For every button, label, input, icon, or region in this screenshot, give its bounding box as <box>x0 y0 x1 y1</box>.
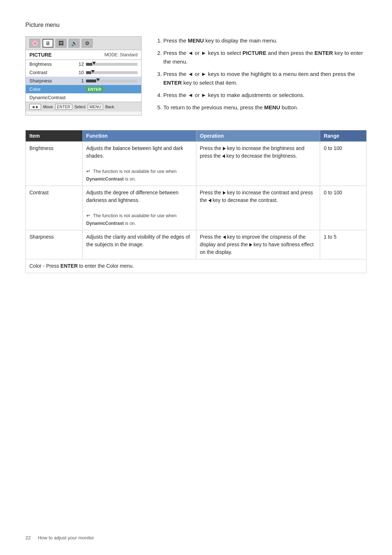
brightness-item: Brightness <box>26 142 83 186</box>
picture-key: PICTURE <box>242 50 266 56</box>
menu-contrast-label: Contrast <box>29 70 73 75</box>
menu-sharpness-label: Sharpness <box>29 78 73 84</box>
tri-left-icon-1 <box>222 154 225 158</box>
contrast-range: 0 to 100 <box>320 186 366 230</box>
tri-left-icon-2 <box>208 199 211 202</box>
menu-color-label: Color <box>29 86 73 92</box>
menu-footer: ◄► Move ENTER Select MENU Back <box>26 102 141 112</box>
menu-icon-0: 🌸 <box>29 39 40 48</box>
menu-brightness-label: Brightness <box>29 61 73 67</box>
menu-picture-label: PICTURE <box>29 52 52 58</box>
sharpness-operation: Press the key to improve the crispness o… <box>196 230 320 259</box>
enter-key-2: ENTER <box>315 50 333 56</box>
instruction-3: Press the ◄ or ► keys to move the highli… <box>163 70 367 87</box>
picture-menu-table: Item Function Operation Range Brightness… <box>25 130 367 273</box>
contrast-item: Contrast <box>26 186 83 230</box>
menu-footer-menu-key: MENU <box>88 104 103 110</box>
brightness-note: The function is not available for use wh… <box>86 169 177 182</box>
menu-footer-move-label: Move <box>43 105 53 109</box>
col-header-function: Function <box>82 130 196 142</box>
brightness-operation: Press the key to increase the brightness… <box>196 142 320 186</box>
brightness-range: 0 to 100 <box>320 142 366 186</box>
table-row-sharpness: Sharpness Adjusts the clarity and visibi… <box>26 230 367 259</box>
instruction-2: Press the ◄ or ► keys to select PICTURE … <box>163 49 367 66</box>
menu-row-sharpness: Sharpness 1 <box>26 77 141 85</box>
tri-right-icon-2 <box>223 191 226 195</box>
enter-key-color: ENTER <box>61 263 78 269</box>
tri-right-icon-3 <box>249 243 252 247</box>
menu-dyncontrast-label: DynamicContrast <box>29 95 66 100</box>
menu-brightness-bar <box>86 63 138 66</box>
menu-key-5: MENU <box>264 104 280 110</box>
menu-footer-enter-key: ENTER <box>55 104 72 110</box>
menu-sharpness-bar <box>86 80 138 82</box>
menu-header: PICTURE MODE: Standard <box>26 50 141 60</box>
instruction-5: To return to the previous menu, press th… <box>163 103 367 112</box>
menu-sharpness-value: 1 <box>73 78 84 84</box>
table-row-brightness: Brightness Adjusts the balance between l… <box>26 142 367 186</box>
page-title: Picture menu <box>25 22 367 28</box>
menu-enter-badge: ENTER <box>86 87 103 92</box>
menu-icon-2: 🖼 <box>56 39 66 48</box>
contrast-function: Adjusts the degree of difference between… <box>82 186 196 230</box>
table-row-contrast: Contrast Adjusts the degree of differenc… <box>26 186 367 230</box>
menu-contrast-bar <box>86 71 138 74</box>
sharpness-function: Adjusts the clarity and visibility of th… <box>82 230 196 259</box>
note-icon-2: ↵ <box>86 212 90 219</box>
brightness-function: Adjusts the balance between light and da… <box>82 142 196 186</box>
page-footer: 22 How to adjust your monitor <box>25 535 367 540</box>
footer-description: How to adjust your monitor <box>38 535 94 540</box>
col-header-operation: Operation <box>196 130 320 142</box>
menu-row-contrast: Contrast 10 <box>26 68 141 77</box>
footer-page-number: 22 <box>25 535 30 540</box>
menu-icons-row: 🌸 🖥 🖼 🔊 ⚙ <box>26 37 141 50</box>
menu-footer-back-label: Back <box>105 105 114 109</box>
contrast-operation: Press the key to increase the contrast a… <box>196 186 320 230</box>
table-header-row: Item Function Operation Range <box>26 130 367 142</box>
menu-mode-label: MODE: Standard <box>105 52 138 57</box>
instruction-1: Press the MENU key to display the main m… <box>163 36 367 45</box>
menu-contrast-value: 10 <box>73 70 84 75</box>
col-header-item: Item <box>26 130 83 142</box>
tri-right-icon-1 <box>223 147 226 150</box>
menu-icon-3: 🔊 <box>69 39 79 48</box>
menu-footer-select-label: Select <box>74 105 86 109</box>
top-section: 🌸 🖥 🖼 🔊 ⚙ PICTURE MODE: Standard Brightn… <box>25 36 367 116</box>
menu-footer-lr-keys: ◄► <box>29 104 41 110</box>
sharpness-range: 1 to 5 <box>320 230 366 259</box>
menu-icon-1: 🖥 <box>42 39 53 48</box>
tri-left-icon-3 <box>223 235 226 239</box>
col-header-range: Range <box>320 130 366 142</box>
color-row-text: Color - Press ENTER to enter the Color m… <box>26 259 367 273</box>
menu-brightness-value: 12 <box>73 61 84 67</box>
note-icon-1: ↵ <box>86 168 90 175</box>
menu-row-brightness: Brightness 12 <box>26 60 141 68</box>
table-row-color: Color - Press ENTER to enter the Color m… <box>26 259 367 273</box>
menu-row-dyncontrast: DynamicContrast <box>26 93 141 102</box>
enter-key-3: ENTER <box>163 80 182 86</box>
instructions-list: Press the MENU key to display the main m… <box>156 36 367 116</box>
sharpness-item: Sharpness <box>26 230 83 259</box>
instruction-4: Press the ◄ or ► keys to make adjustment… <box>163 91 367 100</box>
menu-icon-4: ⚙ <box>82 39 93 48</box>
menu-row-color: Color ENTER <box>26 85 141 93</box>
menu-key-1: MENU <box>188 37 204 44</box>
contrast-note: The function is not available for use wh… <box>86 213 177 226</box>
monitor-menu-mockup: 🌸 🖥 🖼 🔊 ⚙ PICTURE MODE: Standard Brightn… <box>25 36 142 116</box>
